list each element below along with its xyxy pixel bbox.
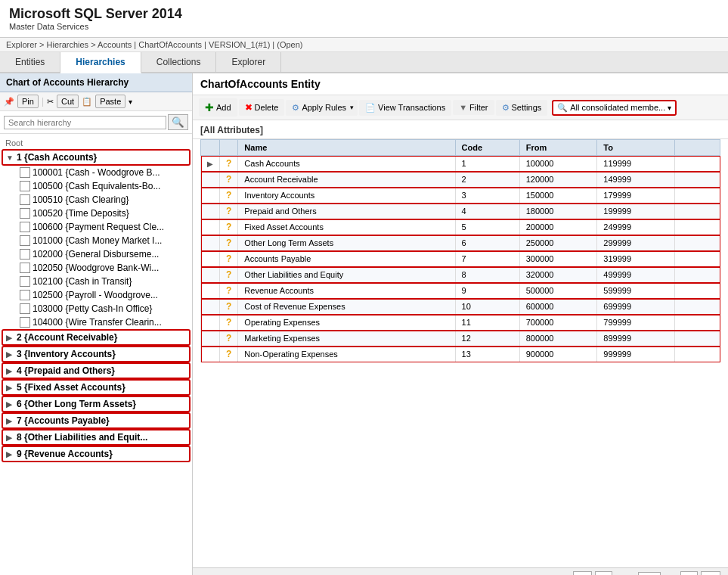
name-cell[interactable]: Account Receivable bbox=[238, 172, 455, 188]
expand-cell[interactable] bbox=[201, 283, 220, 299]
expand-cell[interactable] bbox=[201, 188, 220, 204]
name-cell[interactable]: Non-Operating Expenses bbox=[238, 347, 455, 362]
name-cell[interactable]: Other Liabilities and Equity bbox=[238, 267, 455, 283]
page-first-button[interactable]: |◄ bbox=[573, 571, 593, 575]
col-to[interactable]: To bbox=[597, 140, 675, 156]
tree-item-long-term[interactable]: ▶ 6 {Other Long Term Assets} bbox=[2, 396, 191, 412]
table-row[interactable]: ? Marketing Expenses 12 800000 899999 bbox=[201, 331, 720, 347]
col-code[interactable]: Code bbox=[455, 140, 519, 156]
expand-cell[interactable] bbox=[201, 204, 220, 219]
view-transactions-button[interactable]: 📄 View Transactions bbox=[359, 100, 451, 116]
checkbox[interactable] bbox=[20, 276, 30, 287]
apply-rules-button[interactable]: ⚙ Apply Rules bbox=[286, 100, 358, 116]
table-row[interactable]: ? Cost of Revenue Expenses 10 600000 699… bbox=[201, 299, 720, 315]
table-row[interactable]: ? Fixed Asset Accounts 5 200000 249999 bbox=[201, 219, 720, 235]
name-cell[interactable]: Other Long Term Assets bbox=[238, 235, 455, 251]
page-next-button[interactable]: ► bbox=[680, 571, 698, 575]
list-item[interactable]: 102050 {Woodgrove Bank-Wi... bbox=[2, 261, 191, 275]
list-item[interactable]: 100520 {Time Deposits} bbox=[2, 207, 191, 220]
tab-entities[interactable]: Entities bbox=[0, 52, 60, 72]
page-last-button[interactable]: ►| bbox=[701, 571, 720, 575]
table-row[interactable]: ? Account Receivable 2 120000 149999 bbox=[201, 172, 720, 188]
expand-cell[interactable] bbox=[201, 347, 220, 362]
filter-button[interactable]: ▼ Filter bbox=[453, 100, 494, 115]
checkbox[interactable] bbox=[20, 235, 30, 246]
tree-item-accounts-payable[interactable]: ▶ 7 {Accounts Payable} bbox=[2, 412, 191, 429]
expand-cell[interactable] bbox=[201, 299, 220, 315]
name-cell[interactable]: Fixed Asset Accounts bbox=[238, 219, 455, 235]
checkbox[interactable] bbox=[20, 181, 30, 191]
list-item[interactable]: 102000 {General Disburseme... bbox=[2, 247, 191, 261]
list-item[interactable]: 101000 {Cash Money Market I... bbox=[2, 234, 191, 247]
table-row[interactable]: ▶ ? Cash Accounts 1 100000 119999 bbox=[201, 156, 720, 172]
table-row[interactable]: ? Prepaid and Others 4 180000 199999 bbox=[201, 204, 720, 219]
tree-item-revenue[interactable]: ▶ 9 {Revenue Accounts} bbox=[2, 446, 191, 462]
table-row[interactable]: ? Operating Expenses 11 700000 799999 bbox=[201, 315, 720, 331]
checkbox[interactable] bbox=[20, 249, 30, 260]
name-cell[interactable]: Marketing Expenses bbox=[238, 331, 455, 347]
member-filter-dropdown[interactable]: 🔍 All consolidated membe... ▾ bbox=[552, 100, 677, 116]
checkbox[interactable] bbox=[20, 222, 30, 232]
name-cell[interactable]: Revenue Accounts bbox=[238, 283, 455, 299]
checkbox[interactable] bbox=[20, 317, 30, 328]
list-item[interactable]: 100600 {Payment Request Cle... bbox=[2, 220, 191, 234]
expand-cell[interactable] bbox=[201, 219, 220, 235]
tree-item-inventory-accounts[interactable]: ▶ 3 {Inventory Accounts} bbox=[2, 346, 191, 362]
table-row[interactable]: ? Accounts Payable 7 300000 319999 bbox=[201, 251, 720, 267]
add-button[interactable]: ✚ Add bbox=[199, 98, 237, 117]
list-item[interactable]: 100001 {Cash - Woodgrove B... bbox=[2, 166, 191, 179]
settings-button[interactable]: ⚙ Settings bbox=[496, 100, 548, 116]
pin-button[interactable]: Pin bbox=[17, 95, 39, 108]
col-name[interactable]: Name bbox=[238, 140, 455, 156]
checkbox[interactable] bbox=[20, 194, 30, 205]
table-row[interactable]: ? Other Long Term Assets 6 250000 299999 bbox=[201, 235, 720, 251]
tree-item-account-receivable[interactable]: ▶ 2 {Account Receivable} bbox=[2, 329, 191, 346]
list-item[interactable]: 103000 {Petty Cash-In Office} bbox=[2, 302, 191, 315]
table-row[interactable]: ? Revenue Accounts 9 500000 599999 bbox=[201, 283, 720, 299]
name-cell[interactable]: Accounts Payable bbox=[238, 251, 455, 267]
expand-cell[interactable] bbox=[201, 172, 220, 188]
checkbox[interactable] bbox=[20, 303, 30, 314]
expand-cell[interactable] bbox=[201, 267, 220, 283]
checkbox[interactable] bbox=[20, 208, 30, 219]
list-item[interactable]: 102500 {Payroll - Woodgrove... bbox=[2, 288, 191, 302]
list-item[interactable]: 104000 {Wire Transfer Clearin... bbox=[2, 315, 191, 329]
list-item[interactable]: 102100 {Cash in Transit} bbox=[2, 275, 191, 288]
col-from[interactable]: From bbox=[519, 140, 597, 156]
name-cell[interactable]: Operating Expenses bbox=[238, 315, 455, 331]
delete-button[interactable]: ✖ Delete bbox=[239, 99, 285, 116]
expand-cell[interactable]: ▶ bbox=[201, 156, 220, 172]
checkbox[interactable] bbox=[20, 167, 30, 178]
cut-button[interactable]: Cut bbox=[57, 95, 79, 108]
expand-cell[interactable] bbox=[201, 315, 220, 331]
name-cell[interactable]: Cost of Revenue Expenses bbox=[238, 299, 455, 315]
tab-collections[interactable]: Collections bbox=[141, 52, 217, 72]
table-row[interactable]: ? Inventory Accounts 3 150000 179999 bbox=[201, 188, 720, 204]
tree-item-prepaid[interactable]: ▶ 4 {Prepaid and Others} bbox=[2, 362, 191, 379]
tree-item-fixed-asset[interactable]: ▶ 5 {Fixed Asset Accounts} bbox=[2, 379, 191, 396]
page-number-input[interactable] bbox=[638, 572, 661, 575]
dropdown-chevron-icon[interactable]: ▾ bbox=[668, 104, 671, 112]
paste-dropdown-icon[interactable]: ▾ bbox=[129, 98, 132, 106]
expand-cell[interactable] bbox=[201, 235, 220, 251]
expand-cell[interactable] bbox=[201, 331, 220, 347]
list-item[interactable]: 100510 {Cash Clearing} bbox=[2, 193, 191, 207]
tab-explorer[interactable]: Explorer bbox=[216, 52, 281, 72]
page-prev-button[interactable]: ◄ bbox=[595, 571, 612, 575]
checkbox[interactable] bbox=[20, 290, 30, 300]
name-cell[interactable]: Inventory Accounts bbox=[238, 188, 455, 204]
expand-cell[interactable] bbox=[201, 251, 220, 267]
paste-button[interactable]: Paste bbox=[95, 95, 125, 108]
list-item[interactable]: 100500 {Cash Equivalents-Bo... bbox=[2, 179, 191, 193]
expand-arrow-icon[interactable]: ▶ bbox=[207, 160, 213, 168]
tree-item-liabilities[interactable]: ▶ 8 {Other Liabilities and Equit... bbox=[2, 429, 191, 446]
table-row[interactable]: ? Non-Operating Expenses 13 900000 99999… bbox=[201, 347, 720, 362]
tab-hierarchies[interactable]: Hierarchies bbox=[60, 52, 141, 73]
search-input[interactable] bbox=[4, 116, 166, 129]
checkbox[interactable] bbox=[20, 263, 30, 273]
name-cell[interactable]: Prepaid and Others bbox=[238, 204, 455, 219]
search-button[interactable]: 🔍 bbox=[168, 114, 188, 130]
tree-item-cash-accounts[interactable]: ▼ 1 {Cash Accounts} bbox=[2, 149, 191, 166]
name-cell[interactable]: Cash Accounts bbox=[238, 156, 455, 172]
table-row[interactable]: ? Other Liabilities and Equity 8 320000 … bbox=[201, 267, 720, 283]
